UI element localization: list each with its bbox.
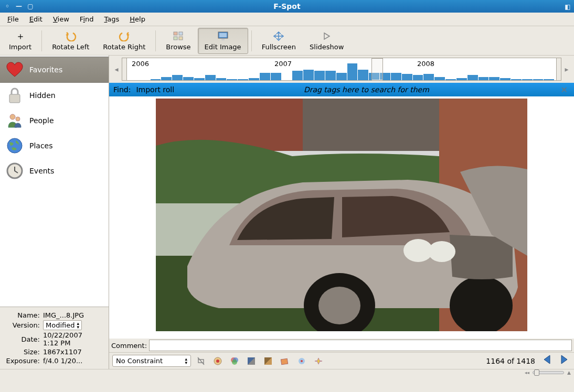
sidebar-item-label: Hidden: [29, 91, 56, 100]
svg-point-27: [232, 360, 237, 365]
svg-rect-5: [219, 33, 227, 37]
desaturate-icon[interactable]: [245, 355, 258, 367]
timeline-bar: [314, 71, 325, 80]
comment-label: Comment:: [111, 342, 147, 350]
sidebar-tag-hidden[interactable]: Hidden: [0, 83, 109, 108]
timeline-bars: [129, 59, 555, 80]
exposure-value: f/4.0 1/20...: [43, 357, 105, 365]
find-bar: Find: Import roll Drag tags here to sear…: [109, 83, 574, 96]
timeline-next-button[interactable]: ▸: [562, 65, 571, 73]
timeline-bar: [402, 74, 412, 80]
prev-photo-button[interactable]: [540, 354, 554, 368]
comment-input[interactable]: [149, 340, 572, 351]
zoom-slider[interactable]: [533, 371, 564, 374]
timeline-bar: [413, 75, 423, 80]
sepia-icon[interactable]: [261, 355, 275, 367]
timeline-prev-button[interactable]: ◂: [112, 65, 121, 73]
rotate-right-button[interactable]: Rotate Right: [96, 28, 152, 54]
metadata-panel: Name: IMG_...8.JPG Version: Modified ▴▾ …: [0, 307, 109, 369]
timeline-bar: [238, 79, 248, 80]
redeye-icon[interactable]: [211, 355, 225, 367]
svg-rect-1: [179, 32, 183, 35]
rotate-left-icon: [65, 30, 77, 42]
timeline-bar: [205, 75, 216, 80]
menu-find[interactable]: Find: [76, 14, 98, 24]
timeline-bar: [194, 78, 205, 80]
constraint-value: No Constraint: [116, 357, 183, 365]
svg-rect-2: [174, 37, 177, 40]
menubar: File Edit View Find Tags Help: [0, 13, 574, 26]
find-query[interactable]: Import roll: [136, 85, 174, 94]
monitor-icon: [217, 30, 229, 42]
timeline-bar: [479, 77, 489, 80]
svg-point-9: [16, 117, 20, 121]
edit-image-button[interactable]: Edit Image: [198, 28, 248, 54]
timeline-bar: [489, 77, 499, 80]
close-icon[interactable]: ✕: [559, 85, 570, 95]
timeline-bar: [347, 63, 358, 80]
exposure-label: Exposure:: [3, 357, 43, 365]
sidebar-tag-favorites[interactable]: Favorites: [0, 57, 109, 83]
timeline-handle-left[interactable]: [122, 58, 127, 81]
toolbar: ＋ Import Rotate Left Rotate Right Browse…: [0, 26, 574, 56]
size-value: 1867x1107: [43, 348, 105, 356]
menu-tags[interactable]: Tags: [100, 14, 124, 24]
timeline: ◂ 2006 2007 2008 ▸: [109, 56, 574, 83]
menu-view[interactable]: View: [49, 14, 73, 24]
maximize-icon[interactable]: ▢: [27, 3, 34, 9]
timeline-handle-right[interactable]: [556, 58, 561, 81]
version-label: Version:: [3, 321, 43, 329]
timeline-bar: [467, 75, 478, 80]
fullscreen-icon: [273, 30, 284, 42]
zoom-in-icon[interactable]: ▲: [567, 370, 571, 375]
auto-color-icon[interactable]: [312, 355, 325, 367]
content-area: ◂ 2006 2007 2008 ▸ Find: Import roll Dra…: [109, 56, 574, 369]
date-label: Date:: [3, 335, 43, 343]
version-select[interactable]: Modified ▴▾: [43, 320, 82, 330]
soft-focus-icon[interactable]: [295, 355, 309, 367]
window-title: F-Spot: [273, 2, 300, 10]
zoom-control: ◂◂ ▲: [525, 370, 571, 375]
menu-edit[interactable]: Edit: [25, 14, 47, 24]
tag-list: Favorites Hidden People Places Events: [0, 56, 109, 307]
timeline-bar: [336, 73, 347, 80]
image-viewport[interactable]: [109, 96, 574, 339]
window-menu-icon[interactable]: ◦: [4, 3, 10, 9]
timeline-bar: [456, 78, 467, 80]
toolbar-separator: [155, 30, 156, 51]
timeline-track[interactable]: 2006 2007 2008: [122, 58, 561, 81]
heart-icon: [5, 60, 24, 79]
size-label: Size:: [3, 348, 43, 356]
timeline-bar: [358, 70, 368, 80]
sidebar-tag-events[interactable]: Events: [0, 158, 109, 183]
timeline-selector[interactable]: [371, 58, 383, 80]
statusbar: ◂◂ ▲: [0, 369, 574, 375]
date-value: 10/22/2007 1:12 PM: [43, 331, 105, 347]
color-icon[interactable]: [228, 355, 241, 367]
svg-rect-15: [303, 99, 439, 151]
sidebar-item-label: Favorites: [29, 66, 62, 74]
rotate-left-button[interactable]: Rotate Left: [45, 28, 96, 54]
rotate-right-icon: [119, 30, 130, 42]
zoom-out-icon[interactable]: ◂◂: [525, 370, 529, 375]
menu-file[interactable]: File: [3, 14, 23, 24]
sidebar-tag-people[interactable]: People: [0, 108, 109, 133]
slideshow-button[interactable]: Slideshow: [303, 28, 350, 54]
svg-point-8: [10, 114, 15, 119]
play-icon: [323, 30, 331, 42]
crop-constraint-select[interactable]: No Constraint ▴▾: [112, 355, 191, 367]
sidebar-item-label: Places: [29, 141, 53, 150]
crop-icon[interactable]: [194, 355, 208, 367]
minimize-icon[interactable]: —: [16, 3, 22, 9]
menu-help[interactable]: Help: [125, 14, 150, 24]
sidebar-item-label: Events: [29, 167, 54, 175]
sidebar-tag-places[interactable]: Places: [0, 133, 109, 158]
fullscreen-button[interactable]: Fullscreen: [255, 28, 303, 54]
import-button[interactable]: ＋ Import: [2, 28, 38, 54]
timeline-bar: [511, 79, 522, 80]
browse-button[interactable]: Browse: [159, 28, 197, 54]
timeline-bar: [161, 77, 172, 80]
grid-icon: [173, 30, 184, 42]
straighten-icon[interactable]: [278, 355, 292, 367]
next-photo-button[interactable]: [557, 354, 571, 368]
